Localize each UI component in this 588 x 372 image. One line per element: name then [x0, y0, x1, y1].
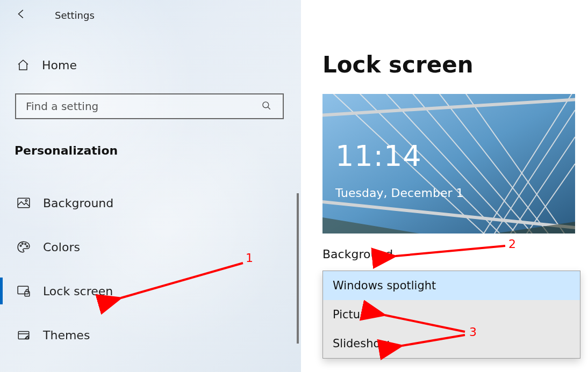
category-title: Personalization — [15, 144, 301, 157]
back-button[interactable] — [14, 8, 29, 23]
palette-icon — [16, 239, 31, 254]
search-input[interactable] — [15, 93, 284, 119]
nav-list: Background Colors Lock screen Themes — [0, 181, 301, 357]
svg-point-2 — [25, 200, 27, 201]
home-label: Home — [42, 59, 77, 72]
svg-point-3 — [20, 245, 21, 247]
home-nav[interactable]: Home — [0, 58, 301, 72]
svg-point-5 — [25, 243, 26, 245]
svg-rect-1 — [18, 198, 30, 207]
dropdown-option-picture[interactable]: Picture — [323, 300, 580, 329]
home-icon — [16, 58, 30, 72]
picture-icon — [16, 195, 31, 210]
scrollbar[interactable] — [297, 193, 299, 344]
dropdown-option-label: Slideshow — [333, 337, 390, 350]
header-row: Settings — [0, 0, 301, 23]
theme-icon — [16, 327, 31, 342]
svg-rect-7 — [18, 286, 28, 294]
svg-point-10 — [26, 337, 28, 339]
sidebar-item-label: Themes — [43, 329, 90, 342]
arrow-left-icon — [16, 8, 27, 22]
dropdown-option-label: Windows spotlight — [333, 279, 436, 292]
settings-title: Settings — [55, 10, 95, 21]
background-dropdown[interactable]: Windows spotlight Picture Slideshow — [322, 271, 580, 359]
svg-point-0 — [263, 102, 269, 108]
svg-rect-9 — [18, 332, 29, 339]
sidebar-item-lockscreen[interactable]: Lock screen — [0, 269, 301, 313]
page-title: Lock screen — [322, 52, 588, 78]
sidebar-item-label: Lock screen — [43, 285, 113, 298]
background-label: Background — [322, 247, 588, 261]
preview-time: 11:14 — [335, 139, 422, 173]
sidebar-item-colors[interactable]: Colors — [0, 225, 301, 269]
search-field[interactable] — [26, 100, 261, 113]
lockscreen-preview: 11:14 Tuesday, December 1 — [322, 94, 575, 234]
dropdown-option-label: Picture — [333, 308, 371, 321]
svg-point-6 — [26, 246, 28, 247]
sidebar-item-background[interactable]: Background — [0, 181, 301, 225]
main-panel: Lock screen — [322, 0, 588, 372]
settings-sidebar: Settings Home Personalization Background — [0, 0, 301, 372]
dropdown-option-slideshow[interactable]: Slideshow — [323, 329, 580, 358]
search-icon — [261, 100, 273, 112]
preview-date: Tuesday, December 1 — [335, 186, 464, 200]
lockscreen-icon — [16, 283, 31, 298]
search-container — [15, 93, 285, 119]
sidebar-item-label: Colors — [43, 240, 80, 254]
dropdown-option-spotlight[interactable]: Windows spotlight — [323, 271, 580, 300]
sidebar-item-themes[interactable]: Themes — [0, 313, 301, 357]
sidebar-item-label: Background — [43, 196, 113, 210]
svg-point-4 — [22, 243, 24, 245]
